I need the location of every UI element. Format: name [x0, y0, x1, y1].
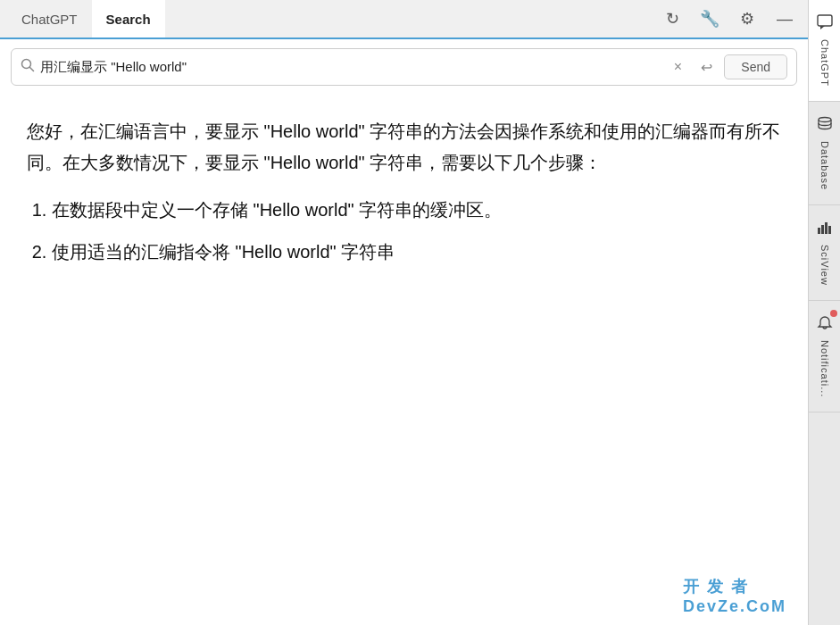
sidebar-database-label: Database	[819, 141, 830, 190]
content-paragraph: 您好，在汇编语言中，要显示 "Hello world" 字符串的方法会因操作系统…	[27, 116, 781, 179]
minimize-button[interactable]: —	[772, 6, 797, 31]
svg-rect-4	[818, 228, 820, 234]
svg-rect-5	[821, 225, 824, 234]
settings-button[interactable]: ⚙	[735, 6, 760, 31]
sidebar-chatgpt-label: ChatGPT	[819, 39, 830, 87]
sidebar-item-sciview[interactable]: SciView	[809, 205, 841, 301]
refresh-button[interactable]: ↻	[660, 6, 685, 31]
refresh-icon: ↻	[666, 9, 679, 29]
sidebar-notifications-label: Notificati...	[819, 340, 830, 397]
minimize-icon: —	[777, 10, 793, 29]
svg-rect-2	[818, 15, 832, 26]
content-area: 您好，在汇编语言中，要显示 "Hello world" 字符串的方法会因操作系统…	[0, 95, 808, 625]
right-sidebar: ChatGPT Database SciView	[808, 0, 840, 625]
sidebar-item-chatgpt[interactable]: ChatGPT	[809, 0, 841, 102]
svg-rect-7	[828, 226, 831, 234]
tab-search-label: Search	[106, 12, 151, 27]
tab-search[interactable]: Search	[92, 0, 165, 39]
svg-rect-6	[825, 222, 828, 234]
sidebar-sciview-label: SciView	[819, 245, 830, 286]
main-panel: ChatGPT Search ↻ 🔧 ⚙ —	[0, 0, 808, 625]
sidebar-item-database[interactable]: Database	[809, 102, 841, 205]
search-icon	[21, 58, 35, 76]
wrench-button[interactable]: 🔧	[697, 6, 722, 31]
tab-chatgpt-label: ChatGPT	[21, 12, 78, 27]
clear-button[interactable]: ×	[667, 56, 688, 78]
content-list: 在数据段中定义一个存储 "Hello world" 字符串的缓冲区。 使用适当的…	[27, 195, 781, 268]
tab-chatgpt[interactable]: ChatGPT	[7, 0, 92, 39]
sciview-icon	[817, 220, 833, 239]
list-item: 在数据段中定义一个存储 "Hello world" 字符串的缓冲区。	[52, 195, 781, 226]
search-actions: × ↩ Send	[667, 54, 787, 79]
notification-icon	[817, 315, 833, 335]
svg-point-3	[819, 117, 831, 121]
notification-dot	[830, 310, 837, 317]
wrench-icon: 🔧	[700, 9, 719, 29]
chatgpt-icon	[817, 14, 833, 34]
tab-bar: ChatGPT Search ↻ 🔧 ⚙ —	[0, 0, 808, 39]
send-button[interactable]: Send	[724, 54, 787, 79]
clear-icon: ×	[674, 59, 682, 75]
search-bar: × ↩ Send	[11, 48, 797, 86]
settings-icon: ⚙	[740, 9, 754, 29]
search-input[interactable]	[40, 60, 661, 75]
database-icon	[817, 116, 833, 136]
toolbar-icons: ↻ 🔧 ⚙ —	[660, 0, 801, 38]
sidebar-item-notifications[interactable]: Notificati...	[809, 301, 841, 412]
list-item: 使用适当的汇编指令将 "Hello world" 字符串	[52, 237, 781, 268]
undo-icon: ↩	[701, 59, 712, 76]
svg-line-1	[30, 68, 34, 71]
undo-button[interactable]: ↩	[695, 56, 717, 78]
